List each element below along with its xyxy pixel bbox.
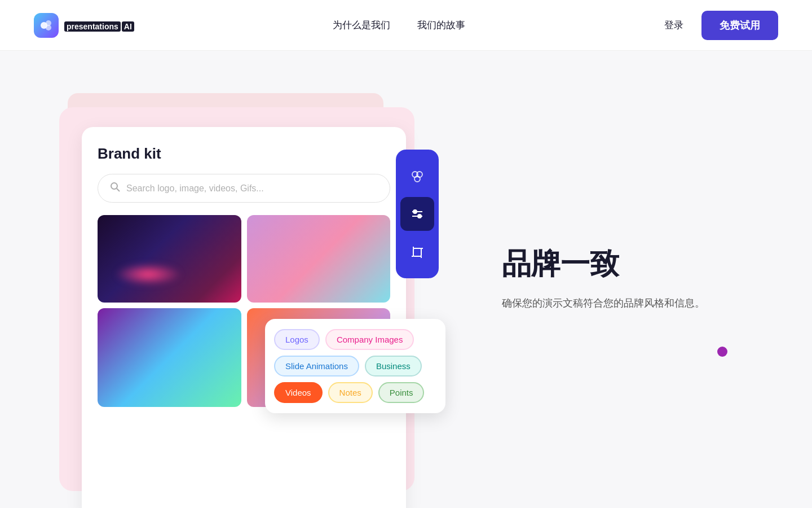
chip-business[interactable]: Business — [365, 356, 422, 376]
sidebar-toolbar — [396, 150, 439, 278]
chip-company-images[interactable]: Company Images — [325, 329, 414, 350]
chip-notes[interactable]: Notes — [328, 382, 373, 403]
toolbar-crop-btn[interactable] — [400, 235, 434, 269]
nav-why-us[interactable]: 为什么是我们 — [333, 19, 390, 32]
search-icon — [109, 181, 121, 195]
chips-popup: Logos Company Images Slide Animations Bu… — [265, 319, 445, 413]
nav-links: 为什么是我们 我们的故事 — [333, 19, 465, 32]
navbar: presentationsAI 为什么是我们 我们的故事 登录 免费试用 — [0, 0, 812, 51]
trial-button[interactable]: 免费试用 — [701, 11, 778, 40]
logo-icon — [34, 13, 59, 38]
svg-point-11 — [418, 214, 421, 218]
navbar-actions: 登录 免费试用 — [664, 11, 778, 40]
ui-mockup: Brand kit Search logo, image, videos, Gi… — [51, 76, 479, 483]
section-title: 品牌一致 — [502, 247, 716, 281]
svg-line-4 — [117, 189, 120, 191]
search-bar[interactable]: Search logo, image, videos, Gifs... — [98, 174, 390, 203]
chips-row-1: Logos Company Images — [274, 329, 436, 350]
brand-kit-card: Brand kit Search logo, image, videos, Gi… — [82, 127, 406, 508]
svg-point-10 — [413, 210, 417, 213]
svg-rect-12 — [413, 248, 421, 256]
chip-logos[interactable]: Logos — [274, 329, 320, 350]
chip-videos[interactable]: Videos — [274, 382, 323, 403]
dot-indicator[interactable] — [717, 347, 727, 357]
section-desc: 确保您的演示文稿符合您的品牌风格和信息。 — [502, 295, 716, 312]
brand-kit-title: Brand kit — [98, 145, 390, 163]
main-content: Brand kit Search logo, image, videos, Gi… — [0, 51, 812, 508]
chip-points[interactable]: Points — [378, 382, 425, 403]
toolbar-settings-btn[interactable] — [400, 197, 434, 231]
image-blue-spiral — [98, 308, 241, 407]
logo-text: presentationsAI — [63, 18, 134, 33]
chip-slide-animations[interactable]: Slide Animations — [274, 356, 359, 376]
logo-area: presentationsAI — [34, 13, 134, 38]
image-dark-wave — [98, 215, 241, 303]
chips-row-2: Slide Animations Business — [274, 356, 436, 376]
toolbar-colors-btn[interactable] — [400, 159, 434, 192]
nav-our-story[interactable]: 我们的故事 — [417, 19, 465, 32]
search-placeholder-text: Search logo, image, videos, Gifs... — [126, 183, 264, 194]
chips-row-3: Videos Notes Points — [274, 382, 436, 403]
image-purple-gradient — [247, 215, 391, 303]
svg-point-3 — [111, 183, 117, 189]
svg-point-7 — [414, 176, 420, 182]
logo-suffix: AI — [122, 21, 134, 32]
login-button[interactable]: 登录 — [664, 19, 683, 32]
svg-point-2 — [46, 25, 51, 30]
hero-text-content: 品牌一致 确保您的演示文稿符合您的品牌风格和信息。 — [479, 247, 761, 312]
